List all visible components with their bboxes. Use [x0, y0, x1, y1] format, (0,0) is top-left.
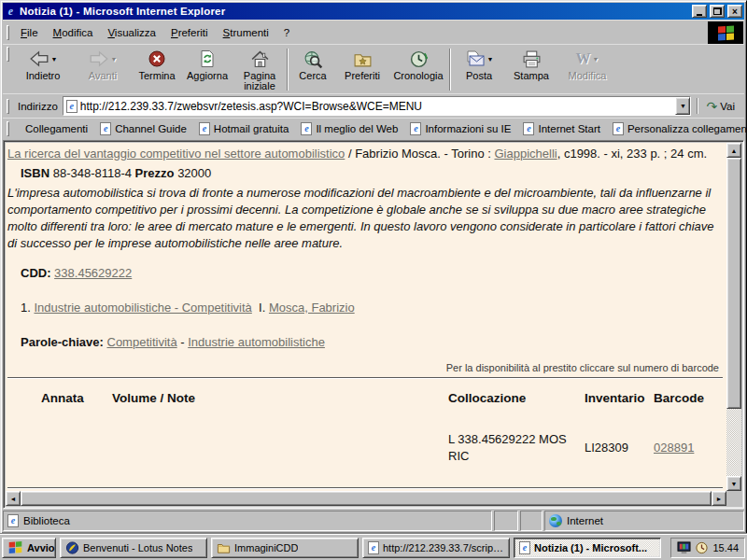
address-field: ▼ — [63, 96, 692, 116]
back-dropdown-icon[interactable]: ▼ — [51, 56, 58, 63]
print-button[interactable]: Stampa — [506, 47, 557, 92]
link-internet-start[interactable]: Internet Start — [523, 122, 599, 135]
link-channel-guide[interactable]: Channel Guide — [100, 122, 187, 135]
link-customize[interactable]: Personalizza collegamenti — [613, 122, 747, 135]
link-ie-info[interactable]: Informazioni su IE — [410, 122, 511, 135]
toolbar-grip[interactable] — [7, 25, 9, 40]
history-button[interactable]: Cronologia — [388, 47, 448, 92]
link-best-of-web[interactable]: Il meglio del Web — [301, 122, 398, 135]
history-clock-icon — [409, 49, 429, 69]
scroll-right-button[interactable]: ► — [712, 491, 726, 506]
col-volume-note: Volume / Note — [112, 390, 448, 407]
edit-word-icon: W — [576, 50, 591, 67]
col-inventario: Inventario — [585, 390, 654, 407]
address-label: Indirizzo — [18, 101, 58, 112]
author-link[interactable]: Mosca, Fabrizio — [269, 301, 355, 315]
go-button[interactable]: ↷ Vai — [704, 99, 740, 114]
menu-help[interactable]: ? — [276, 24, 297, 41]
horizontal-scrollbar[interactable]: ◄ ► — [6, 491, 726, 506]
favorites-button[interactable]: Preferiti — [336, 47, 388, 92]
display-icon[interactable] — [677, 541, 691, 554]
ie-page-icon — [199, 122, 210, 135]
loan-availability-note: Per la disponibilità al prestito cliccar… — [7, 362, 723, 374]
cdd-link[interactable]: 338.45629222 — [54, 266, 132, 280]
window-title: Notizia (1) - Microsoft Internet Explore… — [20, 6, 689, 17]
minimize-button[interactable] — [692, 5, 707, 18]
forward-arrow-icon — [89, 49, 109, 69]
menu-file[interactable]: File — [13, 24, 46, 41]
record-title-link[interactable]: La ricerca del vantaggio competitivo nel… — [7, 147, 345, 161]
taskbar: Avvio Benvenuti - Lotus Notes ImmaginiCD… — [0, 534, 747, 560]
publisher-link[interactable]: Giappichelli — [494, 147, 557, 161]
links-bar: Collegamenti Channel Guide Hotmail gratu… — [3, 118, 744, 139]
table-bottom-rule — [7, 487, 723, 489]
toolbar-grip[interactable] — [7, 121, 9, 136]
close-icon: × — [732, 7, 738, 17]
barcode-link[interactable]: 028891 — [654, 441, 694, 455]
scroll-up-button[interactable]: ▲ — [726, 143, 741, 158]
ie-logo-icon: e — [5, 6, 17, 18]
keyword-link-2[interactable]: Industrie automobilistiche — [188, 335, 325, 349]
go-arrow-icon: ↷ — [706, 101, 717, 112]
toolbar-separator — [697, 98, 698, 114]
horizontal-scroll-thumb[interactable] — [21, 491, 712, 506]
edit-dropdown-icon: ▼ — [593, 56, 599, 63]
search-button[interactable]: Cerca — [289, 47, 336, 92]
minimize-icon — [697, 14, 702, 16]
task-lotus-notes[interactable]: Benvenuti - Lotus Notes — [60, 538, 207, 558]
col-annata: Annata — [41, 390, 112, 407]
toolbar-grip[interactable] — [7, 47, 9, 62]
back-button[interactable]: ▼ Indietro — [13, 47, 73, 92]
cell-inventario: LI28309 — [585, 440, 654, 456]
task-immagini-cdd[interactable]: ImmaginiCDD — [211, 538, 359, 558]
mail-button[interactable]: ▼ Posta — [452, 47, 506, 92]
edit-button[interactable]: W▼ Modifica — [557, 47, 618, 92]
browser-window: e Notizia (1) - Microsoft Internet Explo… — [0, 0, 747, 534]
table-top-rule — [7, 377, 723, 379]
ie-page-icon — [368, 541, 379, 554]
favorites-folder-icon — [353, 49, 373, 69]
address-bar: Indirizzo ▼ ↷ Vai — [3, 93, 744, 118]
start-button[interactable]: Avvio — [2, 538, 56, 558]
scroll-down-button[interactable]: ▼ — [726, 476, 741, 491]
toolbar-grip[interactable] — [7, 99, 9, 114]
ie-page-icon — [523, 122, 534, 135]
address-input[interactable] — [80, 99, 673, 114]
status-bar: Biblioteca Internet — [3, 511, 744, 531]
windows-flag-icon — [9, 541, 22, 553]
forward-button[interactable]: ▼ Avanti — [73, 47, 133, 92]
vertical-scroll-thumb[interactable] — [726, 158, 741, 409]
address-dropdown-button[interactable]: ▼ — [675, 97, 690, 115]
menu-preferiti[interactable]: Preferiti — [163, 24, 216, 41]
ie-page-icon — [613, 122, 624, 135]
task-ie-script[interactable]: http://212.239.33.7/script... — [362, 538, 510, 558]
windows-flag-icon — [718, 25, 734, 40]
menu-modifica[interactable]: Modifica — [46, 24, 101, 41]
refresh-button[interactable]: Aggiorna — [181, 47, 233, 92]
task-notizia-active[interactable]: Notizia (1) - Microsoft... — [514, 538, 661, 558]
links-label: Collegamenti — [25, 123, 88, 134]
mail-dropdown-icon[interactable]: ▼ — [487, 56, 494, 63]
subject-link[interactable]: Industrie automobilistiche - Competitivi… — [34, 301, 251, 315]
status-page-pane: Biblioteca — [3, 511, 492, 531]
triangle-right-icon: ► — [716, 496, 723, 502]
close-button[interactable]: × — [727, 5, 742, 18]
cell-collocazione: L 338.45629222 MOS RIC — [448, 431, 579, 465]
table-row: L 338.45629222 MOS RIC LI28309 028891 — [7, 431, 723, 465]
scroll-left-button[interactable]: ◄ — [6, 491, 21, 506]
stop-button[interactable]: Termina — [133, 47, 181, 92]
keywords-line: Parole-chiave: Competitività - Industrie… — [21, 334, 723, 351]
scheduler-clock-icon[interactable] — [695, 541, 709, 554]
menu-visualizza[interactable]: Visualizza — [100, 24, 163, 41]
link-hotmail[interactable]: Hotmail gratuita — [199, 122, 289, 135]
chevron-down-icon: ▼ — [680, 103, 686, 109]
menu-strumenti[interactable]: Strumenti — [216, 24, 276, 41]
triangle-down-icon: ▼ — [731, 481, 738, 487]
restore-button[interactable] — [710, 5, 725, 18]
page-content: La ricerca del vantaggio competitivo nel… — [6, 143, 726, 491]
stop-icon — [148, 49, 166, 68]
triangle-up-icon: ▲ — [731, 147, 738, 154]
keyword-link-1[interactable]: Competitività — [107, 335, 177, 349]
home-button[interactable]: Pagina iniziale — [233, 47, 286, 92]
vertical-scrollbar[interactable]: ▲ ▼ — [726, 143, 741, 491]
